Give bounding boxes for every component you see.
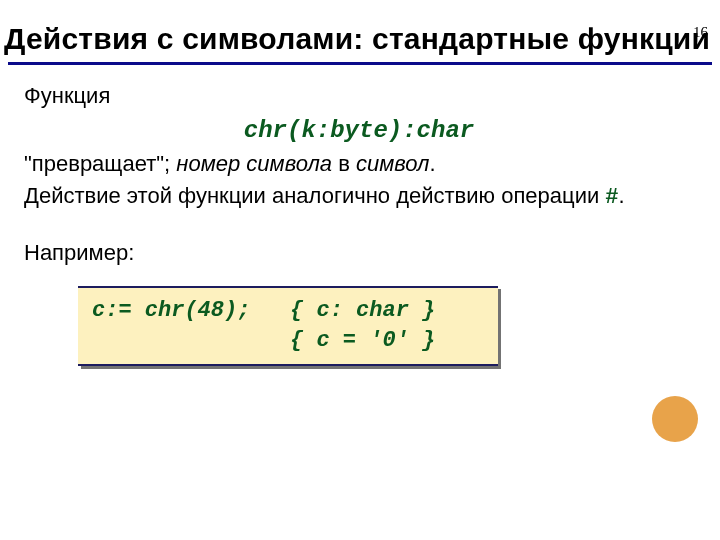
slide-title: Действия с символами: стандартные функци… bbox=[4, 22, 720, 56]
desc-italic-2: символ bbox=[356, 151, 429, 176]
code-example-box: c:= chr(48); { c: char } { c = '0' } bbox=[78, 286, 498, 365]
hash-operator: # bbox=[605, 185, 618, 210]
function-signature: chr(k:byte):char bbox=[24, 115, 694, 147]
description-line-2: Действие этой функции аналогично действи… bbox=[24, 181, 694, 213]
line2-prefix: Действие этой функции аналогично действи… bbox=[24, 183, 605, 208]
description-line-1: "превращает"; номер символа в символ. bbox=[24, 149, 694, 179]
example-label: Например: bbox=[24, 238, 694, 268]
line2-suffix: . bbox=[619, 183, 625, 208]
desc-italic-1: номер символа bbox=[176, 151, 332, 176]
intro-word: Функция bbox=[24, 81, 694, 111]
desc-middle: в bbox=[332, 151, 356, 176]
desc-suffix: . bbox=[429, 151, 435, 176]
slide-body: Функция chr(k:byte):char "превращает"; н… bbox=[0, 65, 720, 366]
decorative-circle bbox=[652, 396, 698, 442]
desc-prefix: "превращает"; bbox=[24, 151, 176, 176]
page-number: 16 bbox=[693, 24, 708, 41]
